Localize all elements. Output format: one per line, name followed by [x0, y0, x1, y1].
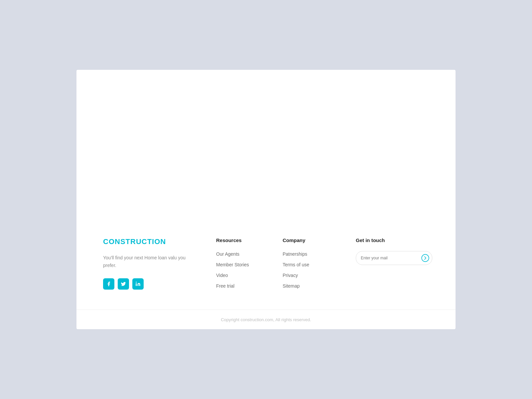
- member-stories-link[interactable]: Member Stories: [216, 262, 249, 267]
- free-trial-link[interactable]: Free trial: [216, 283, 234, 289]
- terms-of-use-link[interactable]: Terms of use: [283, 262, 309, 267]
- list-item: Privacy: [283, 272, 329, 278]
- footer-brand: CONSTRUCTION You'll find your next Home …: [103, 237, 196, 290]
- our-agents-link[interactable]: Our Agents: [216, 251, 239, 257]
- social-icons: [103, 278, 196, 290]
- video-link[interactable]: Video: [216, 273, 228, 278]
- list-item: Our Agents: [216, 251, 263, 257]
- list-item: Video: [216, 272, 263, 278]
- svg-point-0: [136, 282, 137, 283]
- linkedin-icon[interactable]: [132, 278, 144, 290]
- brand-tagline: You'll find your next Home loan valu you…: [103, 254, 196, 269]
- footer-company: Company Patnerships Terms of use Privacy…: [263, 237, 329, 290]
- partnerships-link[interactable]: Patnerships: [283, 251, 307, 257]
- resources-links: Our Agents Member Stories Video Free tri…: [216, 251, 263, 289]
- footer-content: CONSTRUCTION You'll find your next Home …: [76, 224, 456, 310]
- list-item: Member Stories: [216, 262, 263, 268]
- footer-get-in-touch: Get in touch: [329, 237, 432, 290]
- email-input[interactable]: [361, 256, 421, 260]
- sitemap-link[interactable]: Sitemap: [283, 283, 300, 289]
- copyright-text: Copyright construction.com, All rights r…: [221, 317, 311, 322]
- list-item: Sitemap: [283, 283, 329, 289]
- footer-resources: Resources Our Agents Member Stories Vide…: [196, 237, 263, 290]
- company-title: Company: [283, 237, 329, 243]
- svg-point-1: [422, 254, 429, 262]
- list-item: Free trial: [216, 283, 263, 289]
- email-input-wrapper: [356, 251, 432, 265]
- facebook-icon[interactable]: [103, 278, 114, 290]
- contact-title: Get in touch: [356, 237, 432, 243]
- page-wrapper: CONSTRUCTION You'll find your next Home …: [76, 70, 456, 329]
- list-item: Patnerships: [283, 251, 329, 257]
- footer-bottom: Copyright construction.com, All rights r…: [76, 310, 456, 329]
- company-links: Patnerships Terms of use Privacy Sitemap: [283, 251, 329, 289]
- brand-logo: CONSTRUCTION: [103, 237, 196, 246]
- top-spacer: [76, 70, 456, 224]
- email-submit-button[interactable]: [421, 253, 430, 263]
- arrow-right-circle-icon: [421, 254, 430, 262]
- resources-title: Resources: [216, 237, 263, 243]
- twitter-icon[interactable]: [118, 278, 129, 290]
- list-item: Terms of use: [283, 262, 329, 268]
- privacy-link[interactable]: Privacy: [283, 273, 298, 278]
